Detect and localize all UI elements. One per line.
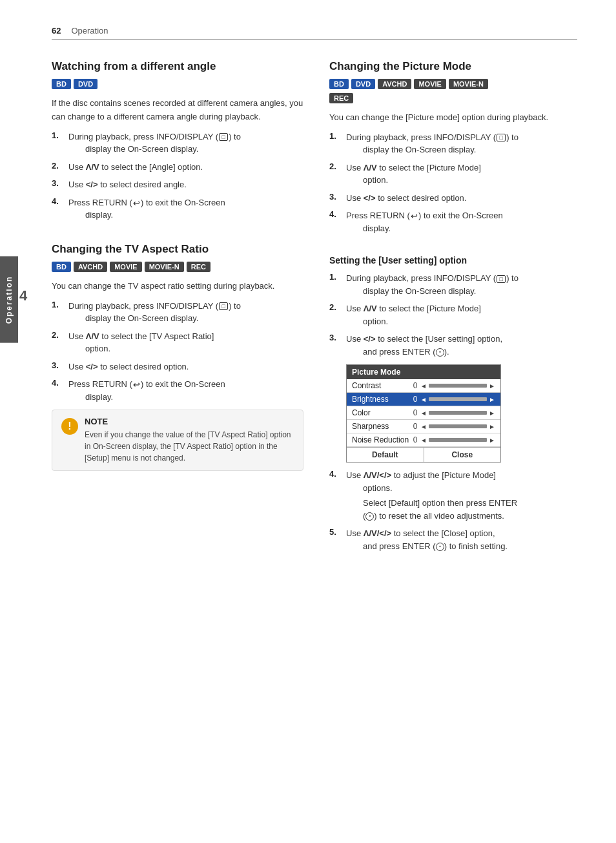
left-arrow-icon: ◄: [420, 423, 427, 430]
pm-table-title: Picture Mode: [347, 365, 500, 379]
left-arrow-icon: ◄: [420, 437, 427, 444]
step-indent: option.: [346, 174, 481, 187]
step-text: Use </> to select desired option.: [346, 192, 466, 205]
step-indent: options.: [346, 482, 517, 495]
right-column: Changing the Picture Mode BD DVD AVCHD M…: [329, 59, 577, 573]
step-text: Press RETURN (: [68, 198, 132, 207]
pm-row-brightness: Brightness 0 ◄ ►: [347, 393, 500, 406]
tv-step-2: 2. Use Λ/V to select the [TV Aspect Rati…: [52, 330, 303, 355]
sidebar-label: Operation: [5, 275, 14, 324]
step-indent: display.: [68, 209, 225, 222]
right-arrow-icon: ►: [489, 437, 495, 444]
step-text: Use Λ/V/</> to select the [Close] option…: [346, 528, 495, 538]
step-text: Use Λ/V to select the [Picture Mode]: [346, 163, 481, 172]
pm-step-1: 1. During playback, press INFO/DISPLAY (…: [329, 131, 577, 156]
enter-circle-icon2: ●: [365, 512, 374, 521]
sidebar-number: 4: [19, 287, 27, 304]
step-num: 2.: [329, 302, 344, 312]
section-title-angle: Watching from a different angle: [52, 59, 303, 74]
step-text: During playback, press INFO/DISPLAY (: [346, 273, 496, 283]
step-num: 4.: [52, 196, 66, 206]
us-step-2: 2. Use Λ/V to select the [Picture Mode] …: [329, 302, 577, 328]
us-step-4: 4. Use Λ/V/</> to adjust the [Picture Mo…: [329, 469, 577, 522]
pm-label-noise: Noise Reduction: [352, 435, 410, 444]
badge-row-picture-2: REC: [329, 93, 577, 103]
section-picture-mode: Changing the Picture Mode BD DVD AVCHD M…: [329, 59, 577, 234]
return-icon: ↩: [411, 211, 418, 221]
step-indent: display.: [346, 222, 503, 235]
step-num: 3.: [52, 360, 66, 370]
badge-bd: BD: [52, 262, 71, 272]
step-num: 4.: [329, 209, 344, 219]
pm-bar-noise: ◄ ►: [420, 437, 495, 444]
bar-sharpness: [429, 424, 487, 428]
return-icon: ↩: [133, 198, 140, 208]
tv-aspect-steps: 1. During playback, press INFO/DISPLAY (…: [52, 300, 303, 404]
step-text: Use </> to select the [User setting] opt…: [346, 334, 502, 344]
pm-value-brightness: 0: [410, 395, 420, 404]
step-num: 3.: [329, 333, 344, 342]
badge-bd: BD: [52, 79, 71, 89]
badge-avchd: AVCHD: [378, 79, 411, 89]
step-num: 4.: [52, 378, 66, 388]
step-text: Use Λ/V to select the [Angle] option.: [68, 161, 203, 174]
pm-value-color: 0: [410, 408, 420, 417]
step-indent: option.: [346, 315, 481, 328]
step-num: 3.: [329, 192, 344, 202]
us-step-1: 1. During playback, press INFO/DISPLAY (…: [329, 272, 577, 297]
pm-label-color: Color: [352, 408, 410, 417]
pm-row-noise: Noise Reduction 0 ◄ ►: [347, 433, 500, 447]
badge-bd: BD: [329, 79, 349, 89]
pm-row-sharpness: Sharpness 0 ◄ ►: [347, 420, 500, 433]
pm-close-button[interactable]: Close: [424, 448, 501, 462]
badge-dvd: DVD: [74, 79, 98, 89]
step-num: 2.: [52, 161, 66, 171]
section-title-tv-aspect: Changing the TV Aspect Ratio: [52, 242, 303, 256]
pm-label-contrast: Contrast: [352, 381, 410, 390]
enter-circle-icon3: ●: [436, 543, 444, 551]
step-indent: and press ENTER (●) to finish setting.: [346, 540, 508, 553]
return-icon: ↩: [133, 380, 140, 390]
subsection-title-user-setting: Setting the [User setting] option: [329, 255, 577, 265]
info-icon-inline: □: [497, 134, 506, 141]
pm-bar-brightness: ◄ ►: [420, 396, 495, 403]
right-arrow-icon: ►: [489, 410, 495, 417]
note-icon: !: [61, 418, 78, 435]
step-text-2: ) to exit the On-Screen: [141, 198, 225, 207]
pm-footer: Default Close: [347, 447, 500, 462]
pm-step-4: 4. Press RETURN (↩) to exit the On-Scree…: [329, 209, 577, 234]
page-section-title: Operation: [71, 26, 108, 36]
step-text: Use Λ/V to select the [Picture Mode]: [346, 304, 481, 313]
badge-row-angle: BD DVD: [52, 79, 303, 89]
angle-steps: 1. During playback, press INFO/DISPLAY (…: [52, 130, 303, 222]
badge-movien: MOVIE-N: [145, 262, 184, 272]
step-text: During playback, press INFO/DISPLAY (: [68, 132, 218, 141]
badge-row-tv-aspect: BD AVCHD MOVIE MOVIE-N REC: [52, 262, 303, 272]
angle-step-4: 4. Press RETURN (↩) to exit the On-Scree…: [52, 196, 303, 222]
step-text: During playback, press INFO/DISPLAY (: [68, 301, 218, 311]
step-num: 2.: [52, 330, 66, 340]
page-wrapper: Operation 4 62 Operation Watching from a…: [0, 0, 616, 599]
step-text: During playback, press INFO/DISPLAY (: [346, 132, 496, 142]
badge-rec: REC: [329, 93, 353, 103]
badge-rec: REC: [187, 262, 210, 272]
picture-mode-steps: 1. During playback, press INFO/DISPLAY (…: [329, 131, 577, 235]
step-num: 3.: [52, 178, 66, 188]
pm-default-button[interactable]: Default: [347, 448, 424, 462]
pm-label-sharpness: Sharpness: [352, 422, 410, 431]
step-text-2: ) to: [506, 132, 518, 142]
pm-row-color: Color 0 ◄ ►: [347, 406, 500, 420]
picture-mode-table: Picture Mode Contrast 0 ◄ ► Brightness 0: [346, 364, 501, 463]
section-watching-angle: Watching from a different angle BD DVD I…: [52, 59, 303, 222]
section-title-picture-mode: Changing the Picture Mode: [329, 59, 577, 74]
right-arrow-icon: ►: [489, 396, 495, 403]
step-num: 4.: [329, 469, 344, 479]
us-step-5: 5. Use Λ/V/</> to select the [Close] opt…: [329, 527, 577, 552]
step-num: 1.: [52, 130, 66, 140]
info-icon-inline: □: [219, 302, 228, 310]
left-arrow-icon: ◄: [420, 382, 427, 390]
step-indent: display the On-Screen display.: [68, 312, 241, 325]
right-arrow-icon: ►: [489, 423, 495, 430]
pm-bar-contrast: ◄ ►: [420, 382, 495, 390]
us-step-3: 3. Use </> to select the [User setting] …: [329, 333, 577, 358]
